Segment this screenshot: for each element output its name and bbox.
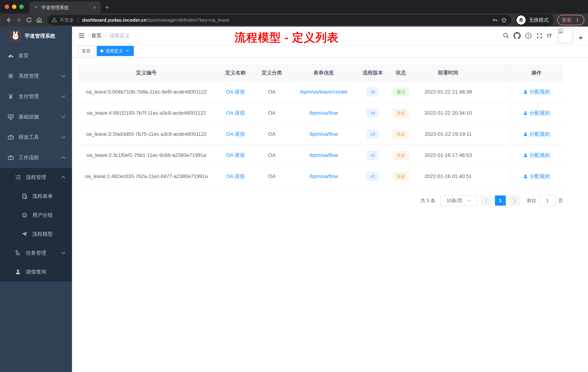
definition-id: oa_leave:4:991f2193-7b7f-11ec-a3c8-acde4… [78, 102, 215, 124]
form-link[interactable]: /bpm/oa/flow [309, 174, 338, 179]
sidebar-item-payment[interactable]: 支付管理 [0, 86, 72, 107]
dashboard-icon [7, 52, 14, 59]
chevron-down-icon [61, 95, 65, 98]
forward-icon[interactable] [14, 15, 24, 25]
maximize-window-button[interactable] [19, 5, 24, 9]
assign-rule-link[interactable]: 分配规则 [523, 173, 550, 180]
fullscreen-icon[interactable] [536, 32, 543, 39]
definition-name-link[interactable]: OA 请假 [226, 89, 245, 95]
assign-rule-link[interactable]: 分配规则 [523, 152, 550, 159]
table-row: oa_leave:1:482ec033-762a-11ec-8477-a2380… [78, 166, 563, 187]
gear-icon [7, 73, 14, 79]
form-link[interactable]: /bpm/oa/flow [309, 152, 338, 158]
table-row: oa_leave:3:1fad3d93-7b75-11ec-a3c8-acde4… [78, 124, 563, 145]
sidebar-item-process-model[interactable]: 流程模型 [0, 225, 72, 243]
page-number-button[interactable]: 1 [495, 196, 506, 206]
security-warning-icon[interactable] [52, 17, 57, 23]
browser-update-button[interactable]: 更新 ⋮ [557, 15, 584, 25]
breadcrumb-home[interactable]: 首页 [91, 32, 101, 39]
github-icon[interactable] [514, 32, 521, 39]
col-header-process-version: 流程版本 [360, 65, 386, 81]
col-header-actions: 操作 [510, 65, 563, 81]
close-window-button[interactable] [5, 5, 9, 9]
form-link[interactable]: /bpm/oa/leave/create [300, 89, 347, 95]
home-icon[interactable] [34, 15, 44, 25]
monitor-icon [7, 114, 14, 120]
avatar[interactable] [558, 28, 573, 43]
sidebar-item-user-group[interactable]: 用户分组 [0, 206, 72, 225]
page-url[interactable]: dashboard.yudao.iocoder.cn/bpm/manager/d… [82, 17, 229, 23]
list-tree-icon [15, 174, 21, 180]
page-jump-input[interactable] [539, 195, 556, 206]
sidebar-item-process-management[interactable]: 流程管理 [0, 168, 72, 187]
search-icon[interactable] [503, 32, 509, 39]
navbar-actions: ? tT [503, 28, 583, 43]
workflow-submenu: 流程管理 流程表单 用户分组 流程模型 [0, 168, 72, 281]
version-badge: v4 [367, 109, 378, 117]
sidebar: 芋道管理系统 首页 系统管理 支付管理 基础设施 [0, 27, 72, 372]
user-icon [523, 174, 528, 179]
tag-label: 流程定义 [105, 48, 123, 54]
security-label[interactable]: 不安全 [60, 17, 74, 23]
sidebar-item-leave-query[interactable]: 请假查询 [0, 263, 72, 281]
new-tab-button[interactable]: + [101, 3, 114, 13]
form-link[interactable]: /bpm/oa/flow [309, 131, 338, 137]
tab-close-icon[interactable]: × [92, 5, 97, 10]
col-header-definition-name: 定义名称 [215, 65, 256, 81]
assign-rule-link[interactable]: 分配规则 [523, 109, 550, 117]
table-row: oa_leave:2:3c1f0ef1-76b1-11ec-9c66-a2380… [78, 145, 563, 166]
back-icon[interactable] [4, 15, 14, 25]
address-bar[interactable]: 不安全 dashboard.yudao.iocoder.cn/bpm/manag… [47, 15, 512, 25]
person-icon [15, 269, 21, 275]
chevron-down-icon [61, 116, 65, 118]
assign-rule-link[interactable]: 分配规则 [523, 131, 550, 138]
deploy-time: 2022-01-16 17:46:53 [416, 145, 480, 166]
sidebar-item-home[interactable]: 首页 [0, 45, 72, 66]
browser-tab[interactable]: 芋道管理系统 × [30, 1, 101, 13]
workflow-icon [7, 154, 14, 161]
chevron-down-icon [61, 75, 65, 77]
tag-close-icon[interactable]: × [125, 48, 130, 54]
prev-page-button[interactable] [481, 196, 492, 206]
sidebar-logo: 芋道管理系统 [0, 27, 72, 45]
tag-home[interactable]: 首页 [78, 46, 94, 56]
sidebar-item-process-form[interactable]: 流程表单 [0, 187, 72, 206]
assign-rule-link[interactable]: 分配规则 [523, 88, 550, 95]
sidebar-collapse-icon[interactable] [72, 27, 91, 45]
definition-name-link[interactable]: OA 请假 [226, 174, 245, 179]
bookmark-star-icon[interactable] [501, 17, 507, 23]
next-page-button[interactable] [509, 196, 520, 206]
sidebar-item-label: 基础设施 [19, 113, 57, 120]
page-size-value: 10条/页 [447, 197, 462, 204]
sidebar-item-task-management[interactable]: 任务管理 [0, 243, 72, 263]
sidebar-item-workflow[interactable]: 工作流程 [0, 147, 72, 168]
sidebar-item-system[interactable]: 系统管理 [0, 66, 72, 86]
sidebar-item-infrastructure[interactable]: 基础设施 [0, 107, 72, 127]
select-caret-icon [467, 199, 471, 202]
page-size-select[interactable]: 10条/页 [440, 195, 477, 206]
definition-category: OA [256, 166, 287, 187]
minimize-window-button[interactable] [12, 5, 16, 9]
definition-name-link[interactable]: OA 请假 [226, 110, 245, 116]
omnibox-divider [78, 17, 78, 23]
browser-menu-dots-icon[interactable]: ⋮ [575, 17, 580, 23]
version-badge: v2 [367, 151, 378, 160]
yuan-icon [7, 93, 14, 100]
jumper-prefix: 前往 [527, 197, 536, 204]
tag-process-definition[interactable]: 流程定义 × [97, 46, 134, 56]
definition-name-link[interactable]: OA 请假 [226, 131, 245, 137]
page-content: 定义编号 定义名称 定义分类 表单信息 流程版本 状态 部署时间 操作 oa_l… [72, 57, 588, 372]
window-controls [0, 0, 30, 13]
form-link[interactable]: /bpm/oa/flow [309, 110, 338, 116]
paper-plane-icon [21, 231, 28, 237]
user-menu-caret-icon[interactable] [578, 37, 583, 40]
sidebar-item-devtools[interactable]: 研发工具 [0, 127, 72, 147]
version-badge: v3 [367, 130, 378, 139]
font-size-icon[interactable]: tT [547, 33, 552, 39]
sidebar-item-label: 流程表单 [32, 193, 65, 200]
reload-icon[interactable] [24, 15, 34, 25]
help-icon[interactable]: ? [525, 32, 532, 39]
password-key-icon[interactable] [492, 17, 498, 23]
org-tree-icon [15, 250, 21, 256]
definition-name-link[interactable]: OA 请假 [226, 152, 245, 158]
